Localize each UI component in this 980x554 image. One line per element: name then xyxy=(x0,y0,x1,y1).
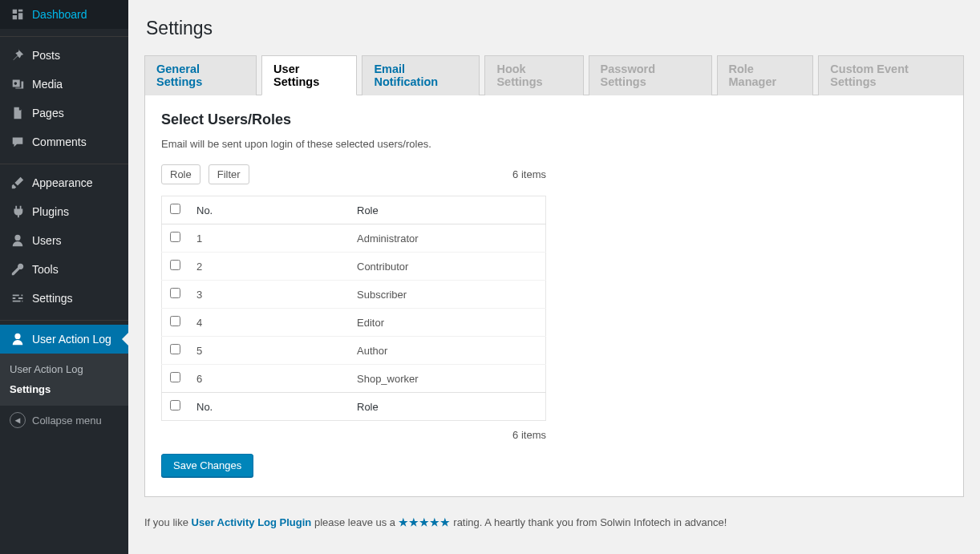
comment-icon xyxy=(10,134,26,150)
role-button[interactable]: Role xyxy=(161,164,200,184)
table-row: 4 Editor xyxy=(162,309,546,337)
sidebar-item-label: Dashboard xyxy=(32,7,87,22)
sidebar-item-label: Comments xyxy=(32,135,87,149)
filter-button[interactable]: Filter xyxy=(209,164,249,184)
user-icon xyxy=(10,331,26,347)
column-footer-role[interactable]: Role xyxy=(349,393,546,421)
sidebar-item-comments[interactable]: Comments xyxy=(0,127,128,156)
row-role: Editor xyxy=(349,309,546,337)
row-checkbox[interactable] xyxy=(170,232,180,242)
tab-general-settings[interactable]: General Settings xyxy=(144,55,257,95)
plug-icon xyxy=(10,204,26,220)
table-row: 1 Administrator xyxy=(162,224,546,253)
sidebar-item-media[interactable]: Media xyxy=(0,70,128,99)
sidebar-item-label: Tools xyxy=(32,262,59,277)
items-count-top: 6 items xyxy=(512,168,546,180)
sidebar-item-label: Appearance xyxy=(32,176,93,190)
items-count-bottom: 6 items xyxy=(161,429,546,441)
row-role: Subscriber xyxy=(349,281,546,309)
main-content: Settings General Settings User Settings … xyxy=(128,0,980,554)
footer-note: If you like User Activity Log Plugin ple… xyxy=(144,516,964,528)
wrench-icon xyxy=(10,261,26,277)
row-checkbox[interactable] xyxy=(170,260,180,270)
row-role: Contributor xyxy=(349,253,546,281)
pin-icon xyxy=(10,47,26,63)
sidebar-item-settings[interactable]: Settings xyxy=(0,284,128,313)
sidebar-item-pages[interactable]: Pages xyxy=(0,99,128,127)
sliders-icon xyxy=(10,290,26,306)
collapse-menu[interactable]: ◄ Collapse menu xyxy=(0,406,128,435)
row-no: 5 xyxy=(188,337,349,365)
row-no: 4 xyxy=(188,309,349,337)
filter-row: Role Filter 6 items xyxy=(161,164,947,184)
sidebar-item-appearance[interactable]: Appearance xyxy=(0,168,128,197)
tab-custom-event-settings[interactable]: Custom Event Settings xyxy=(818,55,964,95)
sidebar-item-label: Plugins xyxy=(32,204,69,219)
column-header-role[interactable]: Role xyxy=(349,196,546,224)
collapse-icon: ◄ xyxy=(10,412,26,428)
sidebar-item-label: Users xyxy=(32,233,62,248)
dashboard-icon xyxy=(10,6,26,22)
menu-separator xyxy=(0,317,128,321)
rating-stars-link[interactable]: ★★★★★ xyxy=(399,516,451,528)
select-all-checkbox-bottom[interactable] xyxy=(170,400,180,410)
column-header-no[interactable]: No. xyxy=(188,196,349,224)
tab-email-notification[interactable]: Email Notification xyxy=(362,55,480,95)
admin-sidebar: Dashboard Posts Media Pages Comments App… xyxy=(0,0,128,554)
row-no: 1 xyxy=(188,224,349,253)
sidebar-item-label: Pages xyxy=(32,106,64,120)
save-changes-button[interactable]: Save Changes xyxy=(161,454,253,477)
section-title: Select Users/Roles xyxy=(161,111,947,128)
tab-user-settings[interactable]: User Settings xyxy=(261,55,357,95)
sidebar-item-plugins[interactable]: Plugins xyxy=(0,197,128,226)
sidebar-item-user-action-log[interactable]: User Action Log xyxy=(0,325,128,354)
sidebar-item-tools[interactable]: Tools xyxy=(0,255,128,284)
sidebar-item-label: User Action Log xyxy=(32,332,111,346)
row-role: Author xyxy=(349,337,546,365)
page-icon xyxy=(10,105,26,121)
row-no: 2 xyxy=(188,253,349,281)
table-row: 3 Subscriber xyxy=(162,281,546,309)
row-no: 3 xyxy=(188,281,349,309)
plugin-link[interactable]: User Activity Log Plugin xyxy=(192,516,312,528)
roles-table: No. Role 1 Administrator 2 Contributor xyxy=(161,196,546,421)
table-row: 6 Shop_worker xyxy=(162,365,546,393)
menu-separator xyxy=(0,160,128,164)
row-checkbox[interactable] xyxy=(170,344,180,354)
row-checkbox[interactable] xyxy=(170,288,180,298)
column-footer-no[interactable]: No. xyxy=(188,393,349,421)
row-checkbox[interactable] xyxy=(170,372,180,382)
tab-role-manager[interactable]: Role Manager xyxy=(717,55,814,95)
row-checkbox[interactable] xyxy=(170,316,180,326)
sidebar-item-users[interactable]: Users xyxy=(0,226,128,255)
footer-mid: please leave us a xyxy=(311,516,398,528)
sidebar-item-label: Media xyxy=(32,77,63,91)
submenu-item-log[interactable]: User Action Log xyxy=(0,359,128,379)
footer-suffix: rating. A heartly thank you from Solwin … xyxy=(451,516,727,528)
collapse-label: Collapse menu xyxy=(32,414,102,427)
section-description: Email will be sent upon login of these s… xyxy=(161,138,947,150)
tabs: General Settings User Settings Email Not… xyxy=(144,55,964,95)
table-row: 2 Contributor xyxy=(162,253,546,281)
submenu: User Action Log Settings xyxy=(0,354,128,406)
menu-separator xyxy=(0,33,128,37)
content-box: Select Users/Roles Email will be sent up… xyxy=(144,95,964,497)
submenu-item-settings[interactable]: Settings xyxy=(0,379,128,399)
tab-hook-settings[interactable]: Hook Settings xyxy=(484,55,583,95)
brush-icon xyxy=(10,175,26,191)
select-all-checkbox-top[interactable] xyxy=(170,204,180,214)
tab-password-settings[interactable]: Password Settings xyxy=(589,55,712,95)
row-role: Administrator xyxy=(349,224,546,253)
page-title: Settings xyxy=(146,18,964,39)
table-row: 5 Author xyxy=(162,337,546,365)
sidebar-item-posts[interactable]: Posts xyxy=(0,41,128,70)
row-role: Shop_worker xyxy=(349,365,546,393)
sidebar-item-label: Settings xyxy=(32,291,73,305)
row-no: 6 xyxy=(188,365,349,393)
user-icon xyxy=(10,233,26,249)
sidebar-item-label: Posts xyxy=(32,48,60,63)
footer-prefix: If you like xyxy=(144,516,192,528)
sidebar-item-dashboard[interactable]: Dashboard xyxy=(0,0,128,29)
media-icon xyxy=(10,76,26,92)
